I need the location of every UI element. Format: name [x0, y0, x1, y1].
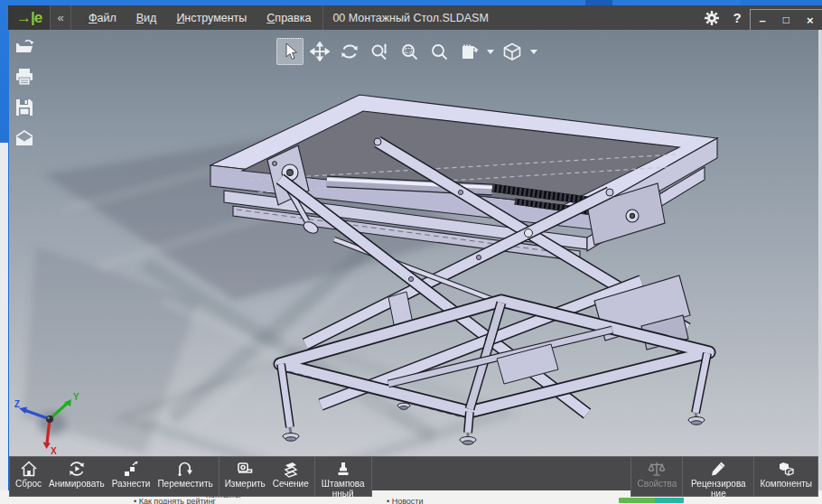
zoom-area-tool-button[interactable]: [396, 38, 423, 65]
view-toolbar: [276, 38, 539, 65]
help-button[interactable]: ?: [724, 5, 750, 30]
components-button[interactable]: Компоненты: [756, 459, 816, 496]
view-cube-button[interactable]: [499, 38, 526, 65]
background-link-rating: • Как поднять рейтинг: [134, 497, 216, 504]
zoom-area-icon: [399, 42, 419, 61]
titlebar: →|e « Файл Вид Инструменты Справка 00 Мо…: [8, 5, 822, 30]
send-email-icon: [14, 127, 35, 149]
components-icon: [777, 460, 795, 478]
collapse-chevron-icon: «: [57, 11, 63, 24]
open-button[interactable]: [13, 34, 36, 58]
section-button[interactable]: Сечение: [269, 459, 313, 496]
view-orientation-button[interactable]: [455, 38, 482, 65]
toolgroup-analyze: Измерить Сечение: [220, 457, 315, 497]
3d-viewport[interactable]: Z Y X: [9, 30, 818, 456]
toolgroup-markup: Рецензирование: [683, 457, 754, 497]
question-mark-icon: ?: [733, 10, 741, 25]
close-button[interactable]: ×: [799, 10, 822, 30]
section-icon: [282, 460, 300, 478]
properties-scales-icon: [648, 460, 666, 478]
menu-bar: Файл Вид Инструменты Справка: [71, 5, 321, 30]
print-icon: [14, 66, 35, 88]
view-orientation-dropdown[interactable]: [487, 50, 494, 54]
open-icon: [14, 35, 35, 57]
menu-tools[interactable]: Инструменты: [166, 5, 257, 30]
home-icon: [20, 460, 38, 478]
toolgroup-properties: Свойства: [631, 457, 683, 497]
cube-icon: [502, 42, 522, 61]
menu-help[interactable]: Справка: [257, 5, 321, 30]
zoom-fit-tool-button[interactable]: [425, 38, 453, 65]
save-icon: [14, 97, 35, 118]
zoom-fit-icon: [429, 42, 449, 61]
toolgroup-components: Компоненты: [754, 457, 818, 497]
save-button[interactable]: [13, 96, 36, 119]
explode-icon: [122, 460, 140, 478]
screen: { "window": { "logo_text": "→|e", "colla…: [0, 0, 822, 504]
print-button[interactable]: [13, 65, 36, 89]
window-left-border: [0, 143, 8, 504]
foot: [460, 433, 476, 444]
window-right-border: [818, 30, 822, 490]
menu-file[interactable]: Файл: [79, 5, 126, 30]
toolgroup-stamp: Штампованный: [315, 457, 372, 497]
explode-button[interactable]: Разнести: [108, 459, 154, 496]
rotate-icon: [340, 42, 360, 61]
settings-button[interactable]: [699, 5, 724, 30]
zoom-in-out-icon: [369, 42, 389, 61]
window-controls: – □ ×: [750, 9, 822, 30]
logo-text: →|e: [16, 9, 42, 27]
animate-icon: [68, 460, 86, 478]
select-tool-button[interactable]: [276, 38, 304, 65]
zoom-inout-tool-button[interactable]: [366, 38, 393, 65]
animate-button[interactable]: Анимировать: [45, 459, 108, 496]
orientation-triad: Z Y X: [11, 389, 89, 456]
collapse-menu-button[interactable]: «: [50, 5, 71, 30]
send-button[interactable]: [13, 126, 36, 150]
foot: [283, 427, 299, 441]
axis-z-label: Z: [14, 399, 20, 409]
measure-icon: [236, 460, 254, 478]
axis-y-label: Y: [73, 392, 79, 402]
properties-button[interactable]: Свойства: [633, 459, 680, 496]
markup-button[interactable]: Рецензирование: [685, 459, 752, 496]
background-progressbar: [619, 498, 684, 503]
pan-tool-button[interactable]: [306, 38, 333, 65]
maximize-button[interactable]: □: [774, 10, 798, 30]
pan-icon: [310, 42, 330, 61]
foot: [688, 413, 705, 425]
move-icon: [176, 460, 194, 478]
bottom-toolbar: Сброс Анимировать Разнести Пе: [9, 456, 818, 490]
measure-button[interactable]: Измерить: [221, 459, 269, 496]
scissor-lift-table-model[interactable]: [9, 30, 818, 456]
axis-x-label: X: [51, 446, 57, 456]
stamp-icon: [334, 460, 352, 478]
select-cursor-icon: [280, 42, 300, 61]
toolbar-spacer: [372, 457, 631, 490]
background-link-news: • Новости: [387, 497, 424, 504]
stamp-button[interactable]: Штампованный: [317, 459, 369, 496]
pencil-icon: [709, 460, 727, 478]
reset-button[interactable]: Сброс: [12, 459, 45, 496]
rotate-tool-button[interactable]: [336, 38, 363, 65]
file-toolbar: [13, 34, 36, 150]
minimize-button[interactable]: –: [751, 10, 774, 30]
move-component-button[interactable]: Переместить: [154, 459, 216, 496]
gear-icon: [703, 9, 721, 27]
view-cube-dropdown[interactable]: [530, 50, 537, 54]
view-orientation-icon: [459, 42, 479, 61]
document-title: 00 Монтажный Стол.SLDASM: [323, 5, 489, 30]
toolgroup-view: Сброс Анимировать Разнести Пе: [9, 457, 220, 497]
edrawings-logo: →|e: [8, 5, 50, 30]
menu-view[interactable]: Вид: [126, 5, 167, 30]
